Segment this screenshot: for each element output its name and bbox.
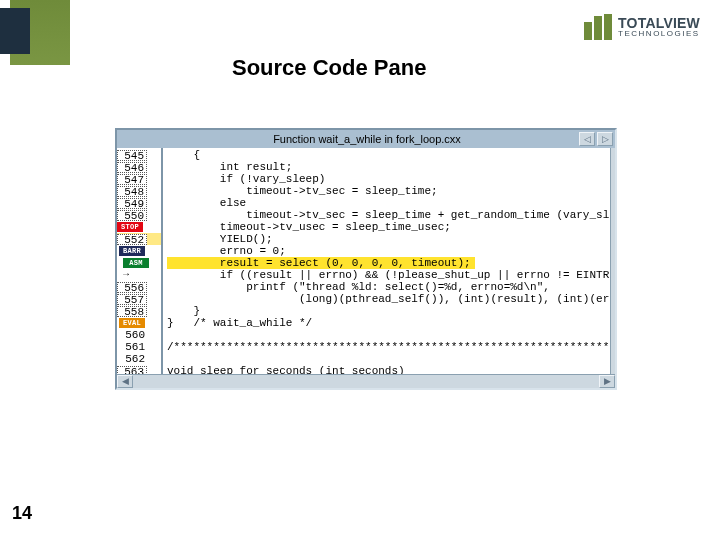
code-line: YIELD(); (167, 233, 273, 245)
line-number: 548 (117, 186, 147, 197)
brand-logo: TOTALVIEW TECHNOLOGIES (584, 14, 700, 40)
scroll-left-button[interactable]: ◀ (117, 375, 133, 388)
pane-header: Function wait_a_while in fork_loop.cxx ◁… (117, 130, 615, 148)
nav-forward-button[interactable]: ▷ (597, 132, 613, 146)
breakpoint-stop-badge[interactable]: STOP (117, 222, 143, 232)
line-number: 549 (117, 198, 147, 209)
code-line: timeout->tv_sec = sleep_time; (167, 185, 438, 197)
vertical-scrollbar[interactable] (610, 148, 615, 374)
code-line: timeout->tv_sec = sleep_time + get_rando… (167, 209, 610, 221)
eval-badge[interactable]: EVAL (119, 318, 145, 328)
slide-title: Source Code Pane (232, 55, 426, 81)
scroll-right-button[interactable]: ▶ (599, 375, 615, 388)
line-number: 562 (117, 353, 147, 365)
pane-header-title: Function wait_a_while in fork_loop.cxx (273, 133, 461, 145)
line-number: 561 (117, 341, 147, 353)
line-number: 563 (117, 366, 147, 375)
source-code-pane: Function wait_a_while in fork_loop.cxx ◁… (115, 128, 617, 390)
code-line-current: result = select (0, 0, 0, 0, timeout); (167, 257, 475, 269)
source-code-area[interactable]: { int result; if (!vary_sleep) timeout->… (163, 148, 610, 374)
code-line: int result; (167, 161, 292, 173)
code-line: void sleep_for_seconds (int seconds) (167, 365, 405, 374)
code-line: (long)(pthread_self()), (int)(result), (… (167, 293, 610, 305)
slide-accent-block (10, 0, 70, 65)
line-number: 545 (117, 150, 147, 161)
code-line: printf ("thread %ld: select()=%d, errno=… (167, 281, 550, 293)
line-number: 556 (117, 282, 147, 293)
code-line: /***************************************… (167, 341, 610, 353)
code-line: } /* wait_a_while */ (167, 317, 312, 329)
line-number: 552 (117, 234, 147, 245)
nav-back-button[interactable]: ◁ (579, 132, 595, 146)
horizontal-scrollbar[interactable]: ◀ ▶ (117, 374, 615, 388)
code-line: else (167, 197, 246, 209)
line-number: 558 (117, 306, 147, 317)
line-number: 546 (117, 162, 147, 173)
pane-body: 545 546 547 548 549 550 STOP 552 BARR AS… (117, 148, 615, 374)
code-line: { (167, 149, 200, 161)
code-line: timeout->tv_usec = sleep_time_usec; (167, 221, 451, 233)
line-number: 560 (117, 329, 147, 341)
line-number: 557 (117, 294, 147, 305)
page-number: 14 (12, 503, 32, 524)
barrier-badge[interactable]: BARR (119, 246, 145, 256)
brand-name-bottom: TECHNOLOGIES (618, 30, 700, 38)
program-counter-arrow-icon: → (123, 269, 129, 281)
code-line: if ((result || errno) && (!please_shut_u… (167, 269, 610, 281)
brand-bars-icon (584, 14, 612, 40)
line-number-gutter[interactable]: 545 546 547 548 549 550 STOP 552 BARR AS… (117, 148, 163, 374)
line-number: 547 (117, 174, 147, 185)
line-number: 550 (117, 210, 147, 221)
brand-name-top: TOTALVIEW (618, 16, 700, 30)
asm-badge[interactable]: ASM (123, 258, 149, 268)
code-line: if (!vary_sleep) (167, 173, 325, 185)
code-line: } (167, 305, 200, 317)
code-line: errno = 0; (167, 245, 286, 257)
